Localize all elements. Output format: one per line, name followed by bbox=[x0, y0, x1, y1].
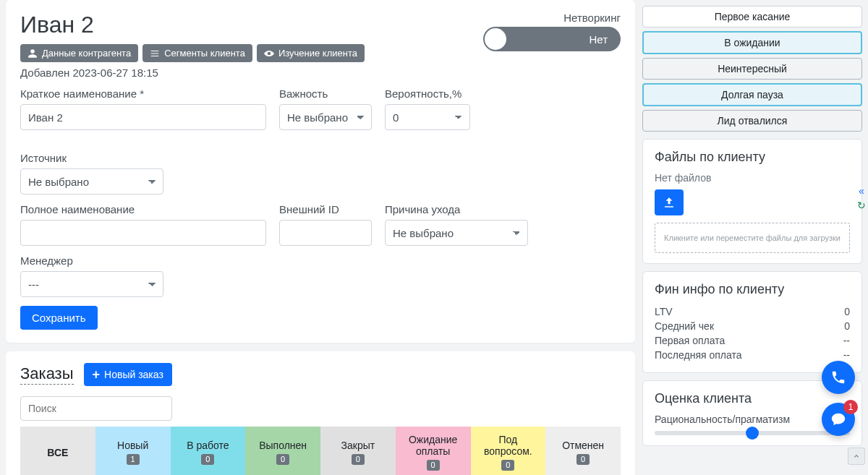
fin-row-last: Последняя оплата -- bbox=[655, 348, 850, 362]
probability-select[interactable]: 0 bbox=[385, 104, 470, 130]
upload-button[interactable] bbox=[655, 189, 684, 215]
leave-reason-select[interactable]: Не выбрано bbox=[385, 220, 528, 246]
new-order-button[interactable]: + Новый заказ bbox=[84, 363, 172, 386]
user-icon bbox=[27, 48, 38, 59]
stage-uninteresting[interactable]: Неинтересный bbox=[642, 58, 862, 80]
phone-icon bbox=[830, 369, 846, 385]
short-name-label: Краткое наименование * bbox=[20, 87, 266, 100]
reload-icon[interactable]: ↻ bbox=[857, 200, 866, 211]
tab-close[interactable]: Закрыт 0 bbox=[320, 427, 396, 475]
client-segments-label: Сегменты клиента bbox=[164, 48, 245, 59]
external-id-label: Внешний ID bbox=[279, 203, 372, 215]
fin-avg-value: 0 bbox=[844, 320, 850, 332]
chevron-up-icon bbox=[852, 452, 861, 461]
counterparty-data-label: Данные контрагента bbox=[42, 48, 131, 59]
side-tool-strip: « ↻ bbox=[855, 185, 868, 211]
tab-done-label: Выполнен bbox=[259, 440, 307, 451]
tab-work-label: В работе bbox=[187, 440, 229, 451]
client-study-button[interactable]: Изучение клиента bbox=[257, 44, 365, 62]
tab-work[interactable]: В работе 0 bbox=[171, 427, 246, 475]
importance-label: Важность bbox=[279, 87, 372, 100]
fin-row-first: Первая оплата -- bbox=[655, 333, 850, 348]
source-label: Источник bbox=[20, 152, 163, 164]
counterparty-data-button[interactable]: Данные контрагента bbox=[20, 44, 138, 62]
chat-notification-badge: 1 bbox=[843, 400, 858, 414]
added-timestamp: Добавлен 2023-06-27 18:15 bbox=[20, 67, 365, 79]
fin-last-value: -- bbox=[843, 349, 850, 361]
client-title: Иван 2 bbox=[20, 12, 365, 38]
source-select[interactable]: Не выбрано bbox=[20, 168, 163, 194]
stage-list: Первое касание В ожидании Неинтересный Д… bbox=[642, 6, 862, 132]
rating-metric: Рациональность/прагматизм bbox=[655, 414, 850, 425]
rating-title: Оценка клиента bbox=[655, 391, 850, 406]
chat-icon bbox=[830, 411, 846, 427]
stage-long-pause[interactable]: Долгая пауза bbox=[642, 83, 862, 106]
fin-row-ltv: LTV 0 bbox=[655, 304, 850, 319]
scroll-to-top-button[interactable] bbox=[848, 448, 865, 465]
client-segments-button[interactable]: Сегменты клиента bbox=[142, 44, 252, 62]
tab-work-badge: 0 bbox=[201, 454, 214, 465]
tab-quest-label: Под вопросом. bbox=[474, 434, 543, 457]
stage-waiting[interactable]: В ожидании bbox=[642, 31, 862, 54]
fin-last-label: Последняя оплата bbox=[655, 349, 742, 361]
tab-done-badge: 0 bbox=[276, 454, 289, 465]
client-card: Иван 2 Данные контрагента Сегменты клиен… bbox=[6, 0, 635, 343]
tab-quest[interactable]: Под вопросом. 0 bbox=[471, 427, 546, 475]
tab-all-label: ВСЕ bbox=[47, 447, 68, 458]
fin-first-label: Первая оплата bbox=[655, 335, 725, 346]
networking-label: Нетворкинг bbox=[483, 12, 621, 24]
tab-cancel-badge: 0 bbox=[576, 454, 590, 465]
tab-done[interactable]: Выполнен 0 bbox=[245, 427, 320, 475]
tab-all[interactable]: ВСЕ bbox=[20, 427, 95, 475]
full-name-input[interactable] bbox=[20, 220, 266, 246]
orders-title: Заказы bbox=[20, 364, 74, 385]
tab-new-label: Новый bbox=[117, 440, 148, 451]
importance-select[interactable]: Не выбрано bbox=[279, 104, 372, 130]
chat-fab[interactable]: 1 bbox=[822, 403, 855, 436]
tab-close-label: Закрыт bbox=[341, 440, 375, 451]
orders-tabs: ВСЕ Новый 1 В работе 0 Выполнен 0 Закрыт… bbox=[20, 427, 621, 475]
fin-avg-label: Средний чек bbox=[655, 320, 714, 332]
fin-row-avg: Средний чек 0 bbox=[655, 319, 850, 333]
save-button[interactable]: Сохранить bbox=[20, 306, 98, 330]
external-id-input[interactable] bbox=[279, 220, 372, 246]
orders-card: Заказы + Новый заказ ВСЕ Новый 1 В раб bbox=[6, 351, 635, 475]
tab-quest-badge: 0 bbox=[501, 460, 514, 471]
probability-label: Вероятность,% bbox=[385, 87, 470, 100]
stage-lead-lost[interactable]: Лид отвалился bbox=[642, 110, 862, 132]
manager-select[interactable]: --- bbox=[20, 271, 163, 297]
fin-first-value: -- bbox=[843, 335, 850, 346]
networking-value: Нет bbox=[589, 33, 608, 46]
new-order-label: Новый заказ bbox=[104, 369, 163, 380]
tab-wait-label: Ожидание оплаты bbox=[399, 434, 468, 457]
eye-icon bbox=[264, 48, 274, 59]
tab-new[interactable]: Новый 1 bbox=[95, 427, 171, 475]
tab-cancel-label: Отменен bbox=[562, 440, 604, 451]
files-card: Файлы по клиенту Нет файлов Кликните или… bbox=[642, 139, 862, 264]
short-name-input[interactable] bbox=[20, 104, 266, 130]
stage-first-contact[interactable]: Первое касание bbox=[642, 6, 862, 27]
tab-close-badge: 0 bbox=[352, 454, 365, 465]
fin-title: Фин инфо по клиенту bbox=[655, 282, 850, 297]
networking-toggle[interactable]: Нет bbox=[483, 27, 621, 51]
rating-slider[interactable] bbox=[655, 431, 850, 435]
tab-wait[interactable]: Ожидание оплаты 0 bbox=[396, 427, 471, 475]
toggle-knob bbox=[485, 28, 506, 50]
client-study-label: Изучение клиента bbox=[278, 48, 357, 59]
fin-ltv-value: 0 bbox=[844, 306, 850, 317]
leave-reason-label: Причина ухода bbox=[385, 203, 528, 215]
phone-fab[interactable] bbox=[822, 361, 855, 394]
list-icon bbox=[150, 48, 160, 59]
files-empty: Нет файлов bbox=[655, 172, 850, 184]
plus-icon: + bbox=[93, 368, 101, 381]
orders-search-input[interactable] bbox=[20, 396, 172, 421]
full-name-label: Полное наименование bbox=[20, 203, 266, 215]
upload-icon bbox=[663, 196, 676, 209]
slider-thumb bbox=[746, 427, 759, 440]
manager-label: Менеджер bbox=[20, 254, 621, 267]
collapse-icon[interactable]: « bbox=[859, 185, 864, 197]
dropzone[interactable]: Кликните или переместите файлы для загру… bbox=[655, 223, 850, 253]
fin-card: Фин инфо по клиенту LTV 0 Средний чек 0 … bbox=[642, 271, 862, 373]
tab-cancel[interactable]: Отменен 0 bbox=[545, 427, 621, 475]
tab-wait-badge: 0 bbox=[427, 460, 440, 471]
